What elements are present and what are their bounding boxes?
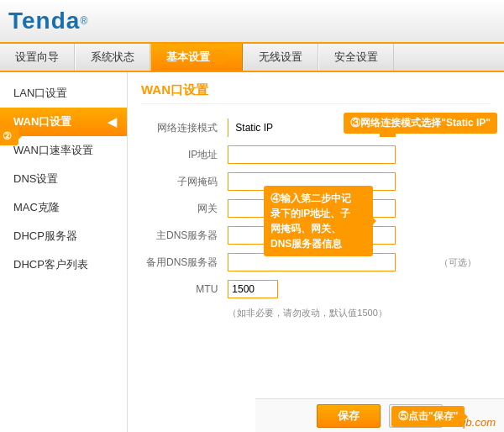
step1-circle: ① xyxy=(212,50,227,65)
backup-dns-note: （可选） xyxy=(434,249,491,276)
primary-dns-label: 主DNS服务器 xyxy=(141,222,223,249)
sidebar-item-wan[interactable]: WAN口设置 ◀ xyxy=(0,108,127,136)
mtu-hint-row: （如非必要，请勿改动，默认值1500） xyxy=(141,303,491,324)
annotation-step3: ③网络连接模式选择"Static IP" xyxy=(344,113,497,134)
sidebar-item-dns[interactable]: DNS设置 xyxy=(0,165,127,193)
content-area: WAN口设置 ③网络连接模式选择"Static IP" ④输入第二步中记 录下的… xyxy=(128,72,504,432)
ip-input[interactable] xyxy=(228,145,396,164)
gateway-label: 网关 xyxy=(141,195,223,222)
content-title: WAN口设置 xyxy=(141,82,491,104)
main-layout: LAN口设置 WAN口设置 ◀ WAN口速率设置 DNS设置 MAC克隆 DHC… xyxy=(0,72,504,432)
save-button[interactable]: 保存 xyxy=(317,404,381,428)
sidebar-item-dhcp-clients[interactable]: DHCP客户列表 xyxy=(0,250,127,279)
ip-label: IP地址 xyxy=(141,141,223,168)
mtu-input[interactable] xyxy=(228,280,278,298)
sidebar-item-wan-speed[interactable]: WAN口速率设置 xyxy=(0,136,127,165)
backup-dns-label: 备用DNS服务器 xyxy=(141,249,223,276)
mtu-hint: （如非必要，请勿改动，默认值1500） xyxy=(223,303,491,324)
tab-system-status[interactable]: 系统状态 xyxy=(75,44,150,71)
mtu-label: MTU xyxy=(141,276,223,303)
ip-field[interactable] xyxy=(223,141,434,168)
annotation-step4: ④输入第二步中记 录下的IP地址、子 网掩码、网关、 DNS服务器信息 xyxy=(264,186,373,256)
mtu-row: MTU xyxy=(141,276,491,303)
header: Tenda ® xyxy=(0,0,504,44)
tab-wireless-settings[interactable]: 无线设置 xyxy=(243,44,318,71)
tab-security-settings[interactable]: 安全设置 xyxy=(318,44,394,71)
tab-setup-wizard[interactable]: 设置向导 xyxy=(0,44,75,71)
brand-name: Tenda xyxy=(8,8,80,34)
subnet-label: 子网掩码 xyxy=(141,168,223,195)
arrow-icon: ◀ xyxy=(108,115,117,129)
annotation-step5: ⑤点击"保存" xyxy=(391,406,465,427)
sidebar-item-lan[interactable]: LAN口设置 xyxy=(0,79,127,108)
ip-row: IP地址 xyxy=(141,141,491,168)
tab-basic-settings[interactable]: 基本设置 ① xyxy=(150,44,243,71)
sidebar-item-dhcp-server[interactable]: DHCP服务器 xyxy=(0,222,127,250)
sidebar-item-mac[interactable]: MAC克隆 xyxy=(0,193,127,222)
nav-tabs: 设置向导 系统状态 基本设置 ① 无线设置 安全设置 xyxy=(0,44,504,72)
mtu-field[interactable] xyxy=(223,276,434,303)
logo: Tenda ® xyxy=(8,8,87,34)
sidebar: LAN口设置 WAN口设置 ◀ WAN口速率设置 DNS设置 MAC克隆 DHC… xyxy=(0,72,128,432)
connection-mode-label: 网络连接模式 xyxy=(141,114,223,141)
brand-registered: ® xyxy=(80,15,87,27)
